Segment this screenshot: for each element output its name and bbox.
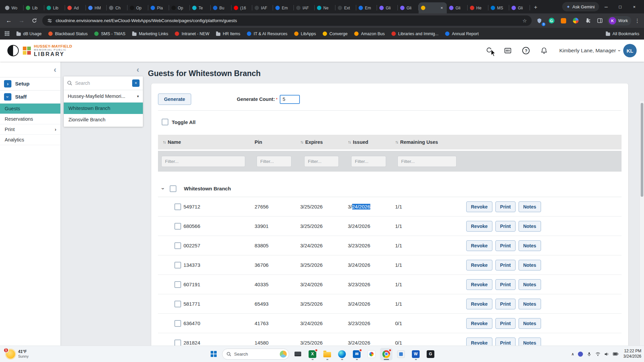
branch-panel-collapse-icon[interactable]: ‹ <box>137 66 139 74</box>
bookmark-item[interactable]: HR Items <box>213 30 243 38</box>
filter-expires-input[interactable] <box>304 156 339 167</box>
notes-button[interactable]: Notes <box>519 240 541 251</box>
browser-tab[interactable]: Gli × <box>509 2 530 13</box>
glean-extension-icon[interactable] <box>571 16 580 25</box>
branch-item[interactable]: Zionsville Branch <box>64 114 143 125</box>
browser-tab[interactable]: MS × <box>488 2 509 13</box>
column-header[interactable]: ↑↓ Issued <box>348 139 395 145</box>
row-checkbox[interactable] <box>174 320 181 327</box>
sidebar-section-staff[interactable]: › Staff <box>0 90 60 104</box>
browser-tab[interactable]: Pla × <box>148 2 169 13</box>
sort-icon[interactable]: ↑↓ <box>348 140 351 144</box>
column-header[interactable]: ↑↓ Name <box>163 139 255 145</box>
browser-tab[interactable]: Op × <box>127 2 148 13</box>
column-header[interactable]: ↑↓ Remaining Uses <box>395 139 622 145</box>
row-checkbox[interactable] <box>174 242 181 249</box>
bookmark-item[interactable]: Annual Report <box>442 30 482 38</box>
notes-button[interactable]: Notes <box>519 338 541 346</box>
revoke-button[interactable]: Revoke <box>466 221 492 232</box>
browser-tab[interactable]: × <box>419 2 447 13</box>
toggle-all-checkbox[interactable] <box>162 119 168 125</box>
bookmark-item[interactable]: Amazon Bus <box>351 30 388 38</box>
column-header[interactable]: ↑↓ Pin <box>255 139 300 145</box>
taskbar-clock[interactable]: 12:22 PM 3/24/2026 <box>624 349 641 359</box>
maximize-button[interactable]: □ <box>613 1 627 12</box>
group-checkbox[interactable] <box>170 185 176 192</box>
extensions-menu-icon[interactable] <box>583 16 592 25</box>
scan-button[interactable] <box>503 46 512 55</box>
url-text[interactable]: cloudnine.envisionware.net/EwCloud-WebAp… <box>56 18 519 23</box>
start-button[interactable] <box>207 348 220 360</box>
minimize-button[interactable]: ─ <box>599 1 613 12</box>
volume-icon[interactable] <box>604 352 609 357</box>
tab-close-icon[interactable]: × <box>439 5 444 11</box>
browser-tab[interactable]: Gli × <box>447 2 468 13</box>
bookmark-star-icon[interactable]: ☆ <box>523 18 527 24</box>
back-button[interactable]: ← <box>4 16 13 25</box>
browser-profile-button[interactable]: K Work <box>607 16 631 25</box>
filter-issued-input[interactable] <box>351 156 386 167</box>
print-button[interactable]: Print <box>495 318 516 329</box>
row-checkbox[interactable] <box>174 301 181 307</box>
browser-tab[interactable]: HM × <box>86 2 107 13</box>
grammarly-extension-icon[interactable]: G <box>547 16 556 25</box>
row-checkbox[interactable] <box>174 340 181 346</box>
browser-tab[interactable]: Bu × <box>211 2 231 13</box>
photos-icon[interactable] <box>365 348 378 360</box>
new-tab-button[interactable]: + <box>531 3 540 12</box>
sidebar-item[interactable]: Reservations <box>0 114 60 124</box>
organization-dropdown[interactable]: Hussey-Mayfield Memori... ▾ <box>64 90 143 103</box>
notes-button[interactable]: Notes <box>519 221 541 232</box>
library-logo[interactable]: HUSSEY-MAYFIELD MEMORIAL PUBLIC LIBRARY <box>23 44 72 57</box>
address-bar[interactable]: cloudnine.envisionware.net/EwCloud-WebAp… <box>42 15 532 26</box>
bookmark-item[interactable]: Blackbaud Status <box>45 30 91 38</box>
bookmark-item[interactable]: Libraries and Immig... <box>388 30 441 38</box>
site-info-icon[interactable] <box>47 18 52 23</box>
browser-tab[interactable]: Gli × <box>377 2 398 13</box>
bookmark-item[interactable]: LibApps <box>291 30 319 38</box>
revoke-button[interactable]: Revoke <box>466 279 492 290</box>
branch-search-input[interactable] <box>75 80 129 86</box>
expand-right-icon[interactable]: › <box>4 80 11 87</box>
notes-button[interactable]: Notes <box>519 299 541 309</box>
file-explorer-icon[interactable] <box>321 348 333 360</box>
generate-count-input[interactable] <box>280 95 300 104</box>
row-checkbox[interactable] <box>174 203 181 210</box>
outlook-icon[interactable]: ✉ <box>351 348 363 360</box>
notes-button[interactable]: Notes <box>519 279 541 290</box>
bookmark-item[interactable]: Intranet - NEW <box>172 30 212 38</box>
browser-tab[interactable]: Gli × <box>398 2 419 13</box>
browser-menu-icon[interactable]: ⋮ <box>635 18 640 24</box>
browser-tab[interactable]: Ad × <box>65 2 86 13</box>
clear-search-button[interactable]: × <box>132 79 140 87</box>
bookmark-item[interactable]: Converge <box>320 30 351 38</box>
revoke-button[interactable]: Revoke <box>466 201 492 212</box>
dark-app-icon[interactable]: G <box>424 348 437 360</box>
search-button[interactable] <box>485 46 494 55</box>
user-menu[interactable]: Kimberly Lane, Manager › <box>559 48 621 54</box>
edge-icon[interactable] <box>336 348 348 360</box>
help-button[interactable]: ? <box>522 46 530 55</box>
refresh-button[interactable] <box>30 16 39 25</box>
browser-tab[interactable]: (16 × <box>231 2 252 13</box>
sidebar-section-setup[interactable]: › Setup <box>0 77 60 90</box>
orange-extension-icon[interactable] <box>559 16 568 25</box>
revoke-button[interactable]: Revoke <box>466 318 492 329</box>
scrollbar-thumb[interactable] <box>641 103 643 197</box>
battery-icon[interactable] <box>613 352 619 356</box>
sidebar-item[interactable]: Guests <box>0 104 60 114</box>
close-button[interactable]: × <box>627 1 641 12</box>
filter-name-input[interactable] <box>161 156 245 167</box>
sort-icon[interactable]: ↑↓ <box>300 140 303 144</box>
side-panel-icon[interactable] <box>595 16 604 25</box>
word-icon[interactable]: W <box>410 348 422 360</box>
browser-tab[interactable]: IAF × <box>294 2 315 13</box>
revoke-button[interactable]: Revoke <box>466 299 492 309</box>
revoke-button[interactable]: Revoke <box>466 260 492 270</box>
revoke-button[interactable]: Revoke <box>466 338 492 346</box>
wifi-icon[interactable] <box>595 352 600 357</box>
ask-gemini-button[interactable]: ✦ Ask Gemini <box>562 2 599 11</box>
row-checkbox[interactable] <box>174 223 181 230</box>
sidebar-collapse-icon[interactable]: ‹ <box>54 66 56 74</box>
column-header[interactable]: ↑↓ Expires <box>300 139 348 145</box>
